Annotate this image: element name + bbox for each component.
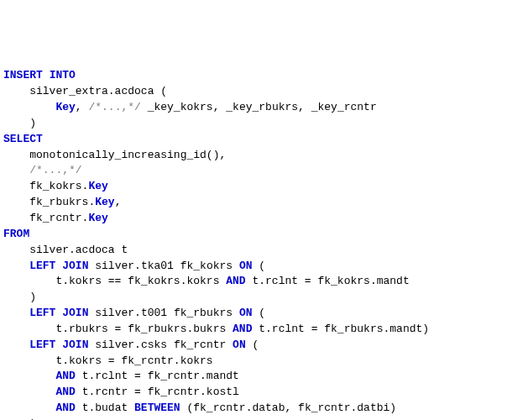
keyword-and: AND xyxy=(55,386,75,398)
code-text: t.kokrs == fk_kokrs.kokrs xyxy=(3,275,226,287)
keyword-and: AND xyxy=(55,402,75,414)
keyword-and: AND xyxy=(226,275,245,287)
keyword-left: LEFT xyxy=(29,307,55,319)
code-text: fk_kokrs. xyxy=(3,180,88,192)
code-line: monotonically_increasing_id(), xyxy=(3,149,226,161)
code-text: _key_kokrs, _key_rbukrs, _key_rcntr xyxy=(141,101,377,113)
indent xyxy=(3,164,29,176)
keyword-join: JOIN xyxy=(62,307,88,319)
code-text: ( xyxy=(253,307,266,319)
code-text: silver.tka01 fk_kokrs xyxy=(88,260,238,272)
code-line: silver_extra.acdoca ( xyxy=(3,85,167,97)
space xyxy=(43,69,50,81)
keyword-key: Key xyxy=(88,180,107,192)
keyword-on: ON xyxy=(239,260,253,272)
keyword-join: JOIN xyxy=(62,339,88,351)
code-text: silver.t001 fk_rbukrs xyxy=(88,307,238,319)
code-text: ( xyxy=(246,339,259,351)
keyword-left: LEFT xyxy=(29,260,55,272)
indent xyxy=(3,307,29,319)
keyword-left: LEFT xyxy=(29,339,55,351)
keyword-key: Key xyxy=(95,196,114,208)
sql-code-block: INSERT INTO silver_extra.acdoca ( Key, /… xyxy=(3,68,525,420)
keyword-and: AND xyxy=(233,323,252,335)
keyword-on: ON xyxy=(239,307,253,319)
keyword-and: AND xyxy=(55,370,75,382)
code-line: ) xyxy=(3,291,36,303)
code-line: ) xyxy=(3,117,36,129)
comment: /*...,*/ xyxy=(88,101,140,113)
keyword-join: JOIN xyxy=(62,260,88,272)
comment: /*...,*/ xyxy=(29,164,81,176)
keyword-select: SELECT xyxy=(3,133,43,145)
keyword-from: FROM xyxy=(3,228,29,240)
code-line: silver.acdoca t xyxy=(3,244,128,256)
code-line: t.kokrs = fk_rcntr.kokrs xyxy=(3,354,213,367)
code-text: t.rbukrs = fk_rbukrs.bukrs xyxy=(3,323,233,335)
indent xyxy=(3,101,55,113)
code-text: t.rclnt = fk_rcntr.mandt xyxy=(76,370,239,382)
code-text: t.rcntr = fk_rcntr.kostl xyxy=(76,386,239,398)
keyword-insert: INSERT xyxy=(3,69,43,81)
comma: , xyxy=(115,196,122,208)
code-text: t.rclnt = fk_kokrs.mandt xyxy=(246,275,410,287)
indent xyxy=(3,402,55,414)
code-text: silver.csks fk_rcntr xyxy=(88,339,233,351)
keyword-key: Key xyxy=(55,101,75,113)
code-text: fk_rbukrs. xyxy=(3,196,95,208)
code-text: t.rclnt = fk_rbukrs.mandt) xyxy=(252,323,429,335)
code-text: fk_rcntr. xyxy=(3,212,88,224)
keyword-between: BETWEEN xyxy=(134,402,180,414)
code-text: t.budat xyxy=(76,402,134,414)
keyword-key: Key xyxy=(88,212,107,224)
indent xyxy=(3,339,29,351)
indent xyxy=(3,260,29,272)
keyword-on: ON xyxy=(233,339,246,351)
sep: , xyxy=(76,101,89,113)
code-text: (fk_rcntr.datab, fk_rcntr.datbi) xyxy=(180,402,396,414)
keyword-into: INTO xyxy=(50,69,76,81)
code-text: ( xyxy=(253,260,266,272)
indent xyxy=(3,370,55,382)
indent xyxy=(3,386,55,398)
